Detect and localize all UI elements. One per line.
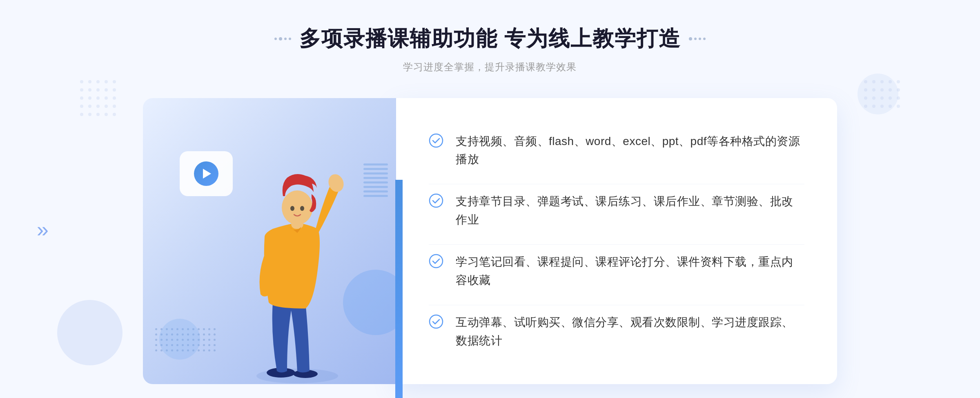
check-icon-2 bbox=[429, 193, 443, 208]
stripes-decoration bbox=[363, 163, 388, 212]
deco-dots-left bbox=[274, 37, 291, 40]
subtitle: 学习进度全掌握，提升录播课教学效果 bbox=[274, 60, 706, 74]
svg-point-10 bbox=[80, 96, 83, 100]
svg-point-5 bbox=[80, 88, 83, 92]
svg-point-7 bbox=[96, 88, 100, 92]
page-wrapper: 多项录播课辅助功能 专为线上教学打造 学习进度全掌握，提升录播课教学效果 bbox=[0, 0, 980, 398]
svg-point-11 bbox=[88, 96, 91, 100]
feature-text-4: 互动弹幕、试听购买、微信分享、观看次数限制、学习进度跟踪、数据统计 bbox=[456, 313, 804, 350]
svg-point-55 bbox=[430, 255, 443, 268]
left-image-panel bbox=[143, 98, 396, 384]
svg-point-51 bbox=[290, 206, 294, 211]
svg-point-23 bbox=[105, 113, 108, 116]
right-content-panel: 支持视频、音频、flash、word、excel、ppt、pdf等各种格式的资源… bbox=[396, 98, 837, 384]
svg-point-0 bbox=[80, 80, 83, 83]
feature-item-2: 支持章节目录、弹题考试、课后练习、课后作业、章节测验、批改作业 bbox=[429, 184, 804, 237]
svg-point-8 bbox=[105, 88, 108, 92]
circle-decoration-2 bbox=[159, 319, 200, 360]
global-circle-2 bbox=[858, 74, 898, 114]
check-icon-1 bbox=[429, 133, 443, 148]
main-title: 多项录播课辅助功能 专为线上教学打造 bbox=[299, 25, 681, 53]
blue-accent-bar bbox=[395, 180, 403, 398]
content-area: 支持视频、音频、flash、word、excel、ppt、pdf等各种格式的资源… bbox=[143, 98, 837, 384]
svg-point-18 bbox=[105, 105, 108, 108]
svg-point-15 bbox=[80, 105, 83, 108]
svg-point-44 bbox=[897, 105, 900, 108]
svg-point-50 bbox=[282, 190, 313, 225]
chevron-decoration: » bbox=[37, 219, 49, 240]
svg-point-3 bbox=[105, 80, 108, 83]
play-icon bbox=[194, 161, 218, 186]
global-circle-1 bbox=[57, 300, 122, 365]
svg-point-4 bbox=[113, 80, 116, 83]
svg-point-29 bbox=[897, 80, 900, 83]
svg-point-21 bbox=[88, 113, 91, 116]
svg-point-9 bbox=[113, 88, 116, 92]
svg-point-2 bbox=[96, 80, 100, 83]
feature-text-3: 学习笔记回看、课程提问、课程评论打分、课件资料下载，重点内容收藏 bbox=[456, 253, 804, 290]
svg-point-6 bbox=[88, 88, 91, 92]
feature-item-1: 支持视频、音频、flash、word、excel、ppt、pdf等各种格式的资源… bbox=[429, 124, 804, 177]
svg-point-20 bbox=[80, 113, 83, 116]
svg-point-52 bbox=[300, 206, 304, 211]
svg-point-56 bbox=[430, 315, 443, 328]
play-bubble bbox=[180, 151, 233, 196]
feature-text-1: 支持视频、音频、flash、word、excel、ppt、pdf等各种格式的资源… bbox=[456, 132, 804, 169]
svg-point-19 bbox=[113, 105, 116, 108]
svg-point-54 bbox=[430, 194, 443, 207]
person-illustration bbox=[228, 147, 367, 384]
svg-point-14 bbox=[113, 96, 116, 100]
deco-dots-right bbox=[689, 37, 706, 40]
svg-point-13 bbox=[105, 96, 108, 100]
feature-item-3: 学习笔记回看、课程提问、课程评论打分、课件资料下载，重点内容收藏 bbox=[429, 244, 804, 298]
check-icon-4 bbox=[429, 314, 443, 329]
svg-point-24 bbox=[113, 113, 116, 116]
feature-item-4: 互动弹幕、试听购买、微信分享、观看次数限制、学习进度跟踪、数据统计 bbox=[429, 305, 804, 358]
title-row: 多项录播课辅助功能 专为线上教学打造 bbox=[274, 25, 706, 53]
header-section: 多项录播课辅助功能 专为线上教学打造 学习进度全掌握，提升录播课教学效果 bbox=[274, 25, 706, 74]
svg-point-1 bbox=[88, 80, 91, 83]
svg-point-22 bbox=[96, 113, 100, 116]
check-icon-3 bbox=[429, 254, 443, 268]
svg-point-12 bbox=[96, 96, 100, 100]
feature-text-2: 支持章节目录、弹题考试、课后练习、课后作业、章节测验、批改作业 bbox=[456, 192, 804, 229]
svg-point-53 bbox=[430, 134, 443, 147]
svg-point-17 bbox=[96, 105, 100, 108]
svg-point-16 bbox=[88, 105, 91, 108]
